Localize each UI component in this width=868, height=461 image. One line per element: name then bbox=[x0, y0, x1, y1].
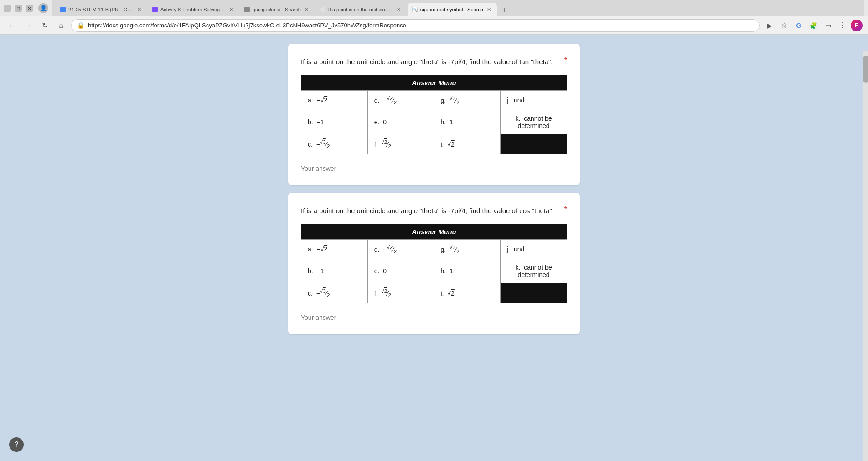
toolbar-icons: ▶ ☆ G 🧩 ▭ ⋮ E bbox=[763, 19, 863, 32]
address-bar: ← → ↻ ⌂ 🔒 https://docs.google.com/forms/… bbox=[0, 16, 868, 35]
table-row: c. −√3⁄2 f. √2⁄2 i. √2 bbox=[301, 134, 567, 154]
cell-k: k. cannot be determined bbox=[501, 110, 567, 134]
cell-f: f. √2⁄2 bbox=[367, 134, 434, 154]
cell-c: c. −√3⁄2 bbox=[301, 134, 368, 154]
cell-f2: f. √2⁄2 bbox=[367, 283, 434, 303]
table-row: a. −√2 d. −√2⁄2 g. √3⁄2 j. und bbox=[301, 239, 567, 259]
question-card-2: If is a point on the unit circle and ang… bbox=[288, 193, 580, 334]
table-row: b. −1 e. 0 h. 1 k. cannot be determined bbox=[301, 110, 567, 134]
answer-table-2: Answer Menu a. −√2 d. −√2⁄2 g. √3⁄2 j. u… bbox=[301, 224, 567, 303]
tab-close-activity[interactable]: ✕ bbox=[228, 6, 234, 13]
cell-empty bbox=[501, 134, 567, 154]
back-button[interactable]: ← bbox=[5, 19, 18, 32]
tab-label-quizgecko: quizgecko ai - Search bbox=[253, 7, 301, 12]
table-row: b. −1 e. 0 h. 1 k. cannot be determined bbox=[301, 259, 567, 283]
tab-unit-circle[interactable]: If a point is on the unit circle an... ✕ bbox=[315, 3, 407, 16]
your-answer-input-1[interactable] bbox=[301, 164, 438, 174]
answer-menu-header-2: Answer Menu bbox=[301, 224, 567, 239]
reload-button[interactable]: ↻ bbox=[38, 19, 51, 32]
question-text-1: If is a point on the unit circle and ang… bbox=[301, 56, 561, 67]
maximize-button[interactable]: □ bbox=[15, 5, 22, 12]
tab-favicon-docs bbox=[60, 7, 66, 12]
close-button[interactable]: ✕ bbox=[26, 5, 33, 12]
tab-close-unit-circle[interactable]: ✕ bbox=[396, 6, 402, 13]
cell-d: d. −√2⁄2 bbox=[367, 91, 434, 110]
required-star-1: * bbox=[564, 56, 567, 65]
tabs-bar: 24-25 STEM 11-B (PRE-CALCULU... ✕ Activi… bbox=[52, 0, 864, 16]
cell-e2: e. 0 bbox=[367, 259, 434, 283]
url-bar[interactable]: 🔒 https://docs.google.com/forms/d/e/1FAI… bbox=[71, 19, 760, 32]
question-header-2: If is a point on the unit circle and ang… bbox=[301, 205, 567, 216]
scrollbar-thumb[interactable] bbox=[863, 56, 868, 83]
cell-k2: k. cannot be determined bbox=[501, 259, 567, 283]
your-answer-input-2[interactable] bbox=[301, 312, 438, 323]
cell-b: b. −1 bbox=[301, 110, 368, 134]
lock-icon: 🔒 bbox=[77, 22, 84, 29]
browser-chrome: — □ ✕ 👤 24-25 STEM 11-B (PRE-CALCULU... … bbox=[0, 0, 868, 35]
question-header-1: If is a point on the unit circle and ang… bbox=[301, 56, 567, 67]
answer-menu-label-2: Answer Menu bbox=[301, 224, 567, 239]
tab-activity[interactable]: Activity 8: Problem Solving on C... ✕ bbox=[148, 3, 239, 16]
table-row: c. −√3⁄2 f. √2⁄2 i. √2 bbox=[301, 283, 567, 303]
tab-label-search: square root symbol - Search bbox=[420, 7, 483, 12]
cell-e: e. 0 bbox=[367, 110, 434, 134]
tab-favicon-quizgecko bbox=[244, 7, 250, 12]
table-row: a. −√2 d. −√2⁄2 g. √3⁄2 j. und bbox=[301, 91, 567, 110]
extensions-button[interactable]: 🧩 bbox=[807, 19, 820, 32]
answer-table-1: Answer Menu a. −√2 d. −√2⁄2 g. √3⁄2 j. u… bbox=[301, 75, 567, 154]
tab-label-unit-circle: If a point is on the unit circle an... bbox=[328, 7, 393, 12]
title-bar: — □ ✕ 👤 24-25 STEM 11-B (PRE-CALCULU... … bbox=[0, 0, 868, 16]
cell-j2: j. und bbox=[501, 239, 567, 259]
more-button[interactable]: ⋮ bbox=[836, 19, 849, 32]
cell-h2: h. 1 bbox=[434, 259, 501, 283]
url-text: https://docs.google.com/forms/d/e/1FAIpQ… bbox=[88, 22, 406, 29]
tab-quizgecko[interactable]: quizgecko ai - Search ✕ bbox=[240, 3, 315, 16]
home-button[interactable]: ⌂ bbox=[55, 19, 67, 32]
answer-menu-label-1: Answer Menu bbox=[301, 75, 567, 91]
cell-j: j. und bbox=[501, 91, 567, 110]
question-card-1: If is a point on the unit circle and ang… bbox=[288, 44, 580, 185]
cell-g2: g. √3⁄2 bbox=[434, 239, 501, 259]
window-controls: — □ ✕ bbox=[4, 5, 33, 12]
tab-search-active[interactable]: 🔍 square root symbol - Search ✕ bbox=[408, 3, 497, 16]
profile-icon[interactable]: 👤 bbox=[38, 3, 48, 13]
cell-empty2 bbox=[501, 283, 567, 303]
tab-close-search[interactable]: ✕ bbox=[486, 6, 492, 13]
tab-favicon-search: 🔍 bbox=[412, 7, 418, 12]
browser-icon-1[interactable]: G bbox=[792, 19, 805, 32]
answer-menu-header-1: Answer Menu bbox=[301, 75, 567, 91]
favorites-button[interactable]: ☆ bbox=[778, 19, 790, 32]
forward-button[interactable]: → bbox=[22, 19, 35, 32]
profile-avatar[interactable]: E bbox=[851, 20, 863, 31]
cell-b2: b. −1 bbox=[301, 259, 368, 283]
scrollbar[interactable] bbox=[863, 51, 868, 461]
cast-button[interactable]: ▭ bbox=[822, 19, 834, 32]
new-tab-button[interactable]: + bbox=[498, 4, 511, 16]
cell-g: g. √3⁄2 bbox=[434, 91, 501, 110]
cell-i2: i. √2 bbox=[434, 283, 501, 303]
question-text-2: If is a point on the unit circle and ang… bbox=[301, 205, 561, 216]
tab-close-quizgecko[interactable]: ✕ bbox=[304, 6, 310, 13]
minimize-button[interactable]: — bbox=[4, 5, 11, 12]
required-star-2: * bbox=[564, 205, 567, 214]
tab-close-docs[interactable]: ✕ bbox=[136, 6, 142, 13]
cell-a: a. −√2 bbox=[301, 91, 368, 110]
cell-a2: a. −√2 bbox=[301, 239, 368, 259]
cell-i: i. √2 bbox=[434, 134, 501, 154]
tab-google-docs[interactable]: 24-25 STEM 11-B (PRE-CALCULU... ✕ bbox=[56, 3, 147, 16]
help-button[interactable]: ? bbox=[9, 437, 24, 452]
main-column: If is a point on the unit circle and ang… bbox=[288, 44, 580, 435]
cell-h: h. 1 bbox=[434, 110, 501, 134]
tab-label-docs: 24-25 STEM 11-B (PRE-CALCULU... bbox=[68, 7, 133, 12]
tab-favicon-activity bbox=[152, 7, 158, 12]
cell-c2: c. −√3⁄2 bbox=[301, 283, 368, 303]
tab-favicon-unit-circle bbox=[320, 7, 326, 12]
tab-label-activity: Activity 8: Problem Solving on C... bbox=[160, 7, 225, 12]
page-content: If is a point on the unit circle and ang… bbox=[0, 35, 868, 445]
cell-d2: d. −√2⁄2 bbox=[367, 239, 434, 259]
read-aloud-button[interactable]: ▶ bbox=[763, 19, 776, 32]
